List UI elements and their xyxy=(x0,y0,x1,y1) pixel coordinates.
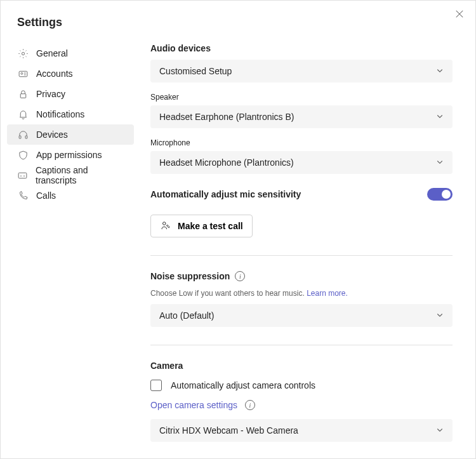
noise-suppression-heading: Noise suppression xyxy=(150,271,230,281)
speaker-select[interactable]: Headset Earphone (Plantronics B) xyxy=(150,105,453,128)
make-test-call-label: Make a test call xyxy=(178,221,243,231)
svg-point-0 xyxy=(22,52,24,55)
audio-device-select[interactable]: Customised Setup xyxy=(150,60,453,83)
settings-sidebar: General Accounts Privacy Notifications D… xyxy=(1,43,134,442)
person-call-icon xyxy=(160,220,171,233)
svg-rect-3 xyxy=(20,93,26,97)
close-button[interactable] xyxy=(455,10,465,20)
sidebar-item-label: Captions and transcripts xyxy=(36,165,124,185)
noise-suppression-select[interactable]: Auto (Default) xyxy=(150,304,453,327)
sidebar-item-accounts[interactable]: Accounts xyxy=(7,63,134,84)
svg-point-2 xyxy=(20,72,22,74)
sidebar-item-notifications[interactable]: Notifications xyxy=(7,104,134,124)
sidebar-item-general[interactable]: General xyxy=(7,43,134,63)
speaker-value: Headset Earphone (Plantronics B) xyxy=(159,112,294,122)
audio-device-value: Customised Setup xyxy=(159,66,232,76)
audio-devices-heading: Audio devices xyxy=(150,43,453,53)
page-title: Settings xyxy=(1,1,475,29)
chevron-down-icon xyxy=(436,66,444,76)
chevron-down-icon xyxy=(436,425,444,436)
svg-rect-6 xyxy=(18,173,27,178)
sidebar-item-privacy[interactable]: Privacy xyxy=(7,84,134,104)
mic-sensitivity-toggle[interactable] xyxy=(427,188,453,201)
section-divider xyxy=(150,255,453,256)
section-divider xyxy=(150,345,453,345)
camera-value: Citrix HDX Webcam - Web Camera xyxy=(159,425,298,436)
microphone-select[interactable]: Headset Microphone (Plantronics) xyxy=(150,151,453,174)
sidebar-item-captions[interactable]: Captions and transcripts xyxy=(7,165,134,185)
microphone-label: Microphone xyxy=(150,138,453,147)
chevron-down-icon xyxy=(436,310,444,321)
headset-icon xyxy=(17,129,29,140)
info-icon[interactable]: i xyxy=(245,400,255,410)
chevron-down-icon xyxy=(436,112,444,122)
open-camera-settings-link[interactable]: Open camera settings xyxy=(150,400,237,410)
sidebar-item-calls[interactable]: Calls xyxy=(7,185,134,206)
svg-rect-5 xyxy=(25,135,27,138)
learn-more-link[interactable]: Learn more. xyxy=(307,289,348,298)
sidebar-item-label: Accounts xyxy=(36,69,73,79)
sidebar-item-label: Notifications xyxy=(36,109,84,119)
auto-adjust-camera-checkbox[interactable] xyxy=(150,380,162,391)
svg-rect-1 xyxy=(19,71,27,77)
sidebar-item-label: Devices xyxy=(36,130,68,140)
speaker-label: Speaker xyxy=(150,93,453,102)
phone-icon xyxy=(17,190,29,201)
chevron-down-icon xyxy=(436,157,444,168)
sidebar-item-devices[interactable]: Devices xyxy=(7,124,134,145)
microphone-value: Headset Microphone (Plantronics) xyxy=(159,157,294,168)
noise-help-text: Choose Low if you want others to hear mu… xyxy=(150,289,453,298)
auto-adjust-camera-label: Automatically adjust camera controls xyxy=(171,380,315,390)
sidebar-item-label: Calls xyxy=(36,190,56,201)
svg-rect-4 xyxy=(19,135,21,138)
id-card-icon xyxy=(17,68,29,79)
settings-content: Audio devices Customised Setup Speaker H… xyxy=(134,43,475,442)
noise-suppression-value: Auto (Default) xyxy=(159,310,214,321)
make-test-call-button[interactable]: Make a test call xyxy=(150,215,253,237)
mic-sensitivity-label: Automatically adjust mic sensitivity xyxy=(150,189,301,199)
sidebar-item-label: General xyxy=(36,48,68,58)
info-icon[interactable]: i xyxy=(235,271,245,281)
camera-heading: Camera xyxy=(150,361,453,371)
sidebar-item-label: App permissions xyxy=(36,150,102,160)
camera-select[interactable]: Citrix HDX Webcam - Web Camera xyxy=(150,419,453,442)
sidebar-item-label: Privacy xyxy=(36,89,65,99)
svg-point-7 xyxy=(163,222,166,225)
bell-icon xyxy=(17,109,29,120)
lock-icon xyxy=(17,88,29,100)
sidebar-item-app-permissions[interactable]: App permissions xyxy=(7,145,134,165)
shield-icon xyxy=(17,149,29,161)
captions-icon xyxy=(17,170,28,181)
gear-icon xyxy=(17,48,29,59)
